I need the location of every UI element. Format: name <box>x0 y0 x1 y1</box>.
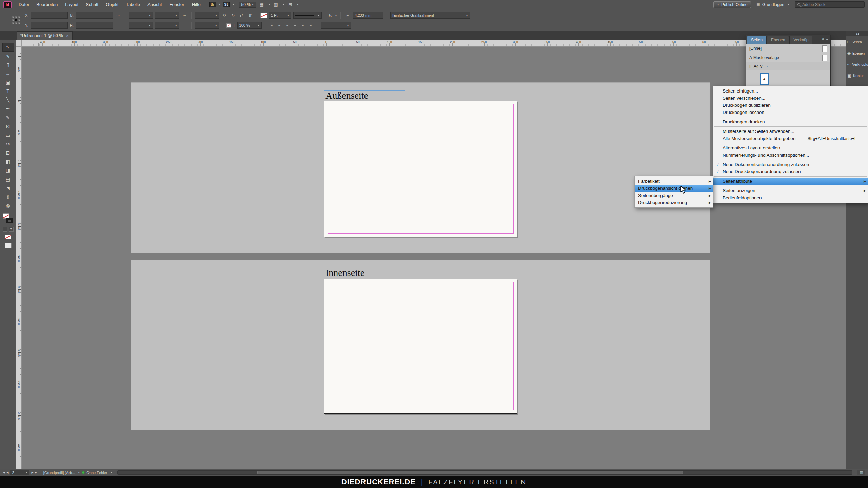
scale-percent-x-field[interactable]: ▼ <box>129 22 153 29</box>
selection-tool[interactable]: ↖ <box>2 43 14 52</box>
tint-field[interactable]: 100 %▼ <box>237 22 262 29</box>
context-menu-item[interactable]: Seiten anzeigen <box>713 187 868 194</box>
context-menu-item[interactable]: Alternatives Layout erstellen... <box>713 144 868 151</box>
page-number-field[interactable]: 2▼ <box>10 470 29 475</box>
context-menu-item[interactable] <box>713 142 868 144</box>
gap-tool[interactable]: ↔ <box>2 69 14 78</box>
content-collector-tool[interactable]: ▣ <box>2 78 14 87</box>
scale-x-field[interactable]: ▼ <box>129 12 153 19</box>
view-mode-button[interactable] <box>5 243 12 248</box>
context-menu-item[interactable]: Bedienfeldoptionen... <box>713 194 868 201</box>
stroke-style-select[interactable]: ▼ <box>293 12 322 19</box>
pencil-tool[interactable]: ✎ <box>2 113 14 122</box>
bridge-button[interactable]: Br <box>209 2 216 7</box>
align-center-horizontal-icon[interactable]: ≡ <box>277 23 282 28</box>
last-page-button[interactable]: ▶| <box>35 471 37 474</box>
app-logo[interactable]: Id <box>3 1 12 8</box>
first-page-button[interactable]: |◀ <box>3 471 5 474</box>
inside-label-text-frame[interactable]: Innenseite <box>324 268 405 278</box>
context-menu-item[interactable]: Seiten verschieben... <box>713 95 868 102</box>
zoom-level-select[interactable]: 50 %▼ <box>239 2 256 8</box>
reference-point-proxy[interactable] <box>12 16 20 24</box>
collapse-panel-icon[interactable]: » <box>822 37 824 41</box>
constrain-scale-icon[interactable]: ∞ <box>181 12 188 19</box>
scrollbar-thumb[interactable] <box>257 471 683 474</box>
rotate-ccw-icon[interactable]: ↺ <box>221 12 228 19</box>
chevron-down-icon[interactable]: ▼ <box>282 3 285 6</box>
effects-button[interactable]: fx <box>329 13 332 17</box>
direct-selection-tool[interactable]: ⇖ <box>2 52 14 60</box>
align-center-vertical-icon[interactable]: ≡ <box>300 23 306 28</box>
flip-horizontal-icon[interactable]: ⇄ <box>238 12 245 19</box>
dock-panel-button[interactable]: □ Seiten <box>846 36 868 47</box>
shear-angle-field[interactable]: ▼ <box>195 22 219 29</box>
menubar-item[interactable]: Schrift <box>82 0 102 9</box>
master-page-row[interactable]: A-Mustervorlage <box>746 53 830 62</box>
align-bottom-icon[interactable]: ≡ <box>308 23 314 28</box>
context-menu-item[interactable]: Musterseite auf Seiten anwenden... <box>713 128 868 135</box>
align-left-icon[interactable]: ≡ <box>269 23 275 28</box>
zoom-tool[interactable]: ◎ <box>2 201 14 210</box>
screen-mode-icon[interactable]: ▥ <box>272 1 280 8</box>
flip-vertical-icon[interactable]: ⇵ <box>247 12 253 19</box>
context-menu-item[interactable]: Neue Druckbogenanordnung zulassen <box>713 168 868 175</box>
chevron-down-icon[interactable]: ▼ <box>335 14 337 17</box>
chevron-down-icon[interactable]: ▼ <box>78 471 80 474</box>
context-menu-item[interactable]: Druckbogen löschen <box>713 109 868 116</box>
scale-percent-y-field[interactable]: ▼ <box>155 22 179 29</box>
note-tool[interactable]: ▤ <box>2 175 14 184</box>
stock-search-field[interactable] <box>795 1 865 8</box>
formatting-affects-text-icon[interactable]: T <box>233 23 235 27</box>
menubar-item[interactable]: Bearbeiten <box>33 0 61 9</box>
menubar-item[interactable]: Datei <box>15 0 33 9</box>
corner-radius-field[interactable]: 4,233 mm <box>353 12 383 19</box>
panel-menu-icon[interactable]: ≡ <box>826 37 828 41</box>
align-top-icon[interactable]: ≡ <box>292 23 298 28</box>
stroke-color-none-swatch[interactable] <box>260 13 267 18</box>
preflight-profile[interactable]: [Grundprofil] (Arb... <box>43 471 75 475</box>
ruler-origin-corner[interactable] <box>16 40 22 47</box>
type-tool[interactable]: T <box>2 87 14 96</box>
stock-button[interactable]: St <box>223 2 230 7</box>
context-menu-item[interactable] <box>713 116 868 118</box>
rotate-cw-icon[interactable]: ↻ <box>230 12 236 19</box>
horizontal-scrollbar[interactable] <box>117 470 852 475</box>
gradient-swatch-tool[interactable]: ◧ <box>2 157 14 166</box>
previous-page-button[interactable]: ◀ <box>6 471 8 474</box>
menubar-item[interactable]: Ansicht <box>144 0 166 9</box>
chevron-down-icon[interactable]: ▼ <box>297 3 299 6</box>
document-tab[interactable]: *Unbenannt-1 @ 50 % × <box>17 31 73 40</box>
context-menu-item[interactable] <box>713 125 868 128</box>
hand-tool[interactable]: ✌ <box>2 192 14 201</box>
context-menu-item[interactable]: Alle Musterseitenobjekte übergeben Strg+… <box>713 135 868 142</box>
submenu-item[interactable]: Druckbogenansicht drehen <box>635 185 713 192</box>
width-field[interactable] <box>76 12 113 19</box>
workspace-switcher[interactable]: ▦Grundlagen▼ <box>756 2 790 7</box>
line-tool[interactable]: ╲ <box>2 96 14 104</box>
submenu-item[interactable]: Seitenübergänge <box>635 192 713 199</box>
y-position-field[interactable] <box>31 22 68 29</box>
preflight-status[interactable]: Ohne Fehler <box>86 471 107 475</box>
expand-panels-icon[interactable]: ◀◀ <box>846 31 868 36</box>
stroke-swatch[interactable] <box>6 218 13 223</box>
rotation-angle-field[interactable]: ▼ <box>195 12 219 19</box>
chevron-down-icon[interactable]: ▼ <box>110 471 112 474</box>
outside-label-text-frame[interactable]: Außenseite <box>324 90 405 101</box>
context-menu-item[interactable]: Seiten einfügen... <box>713 87 868 95</box>
corner-options-icon[interactable]: ⌐ <box>344 12 351 19</box>
context-menu-item[interactable]: Seitenattribute <box>713 178 868 185</box>
rectangle-tool[interactable]: ▭ <box>2 131 14 140</box>
menubar-item[interactable]: Fenster <box>166 0 188 9</box>
object-style-select[interactable]: [Einfacher Grafikrahmen]▼ <box>390 12 470 19</box>
search-input[interactable] <box>802 2 862 7</box>
menubar-item[interactable]: Layout <box>61 0 82 9</box>
submenu-item[interactable]: Farbetikett <box>635 178 713 185</box>
horizontal-ruler[interactable]: 4504003503002502001501005005010015020025… <box>22 40 846 47</box>
publish-online-button[interactable]: ↑Publish Online <box>713 1 751 8</box>
context-menu-item[interactable]: Druckbogen duplizieren <box>713 102 868 109</box>
pasteboard-spread-2[interactable]: Innenseite <box>131 260 710 430</box>
rectangle-frame-tool[interactable]: ⊠ <box>2 122 14 131</box>
view-options-icon[interactable]: ▦ <box>258 1 265 8</box>
page-size-row[interactable]: ▯ A4 V ▼ <box>746 62 830 70</box>
context-menu-item[interactable] <box>713 159 868 161</box>
